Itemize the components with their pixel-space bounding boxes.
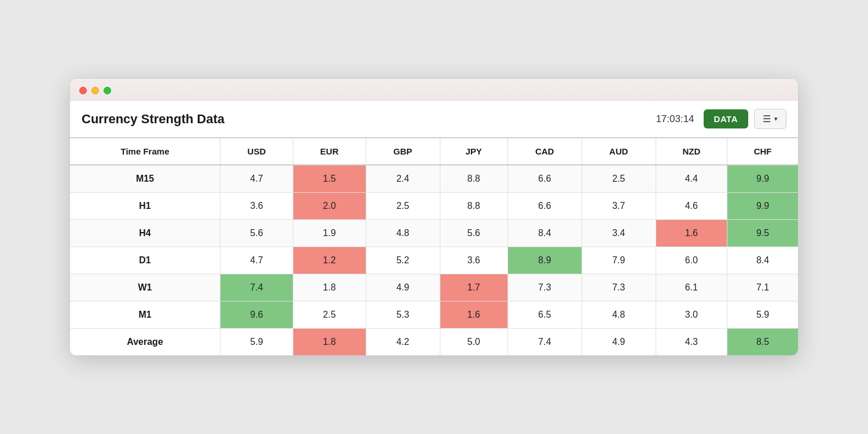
table-row: D14.71.25.23.68.97.96.08.4 <box>70 247 798 274</box>
table-row: M154.71.52.48.86.62.54.49.9 <box>70 165 798 193</box>
close-button[interactable] <box>79 87 87 94</box>
cell-m1-aud: 4.8 <box>582 301 656 329</box>
cell-m1-eur: 2.5 <box>293 301 366 329</box>
cell-m15-usd: 4.7 <box>220 165 293 193</box>
cell-d1-gbp: 5.2 <box>366 247 440 274</box>
col-header-chf: CHF <box>727 138 798 165</box>
cell-h1-chf: 9.9 <box>727 193 798 220</box>
table-row: H45.61.94.85.68.43.41.69.5 <box>70 220 798 247</box>
cell-d1-usd: 4.7 <box>220 247 293 274</box>
row-label-h1: H1 <box>70 193 220 220</box>
table-row: H13.62.02.58.86.63.74.69.9 <box>70 193 798 220</box>
cell-average-aud: 4.9 <box>582 329 656 356</box>
maximize-button[interactable] <box>104 87 111 94</box>
menu-button[interactable]: ☰ ▾ <box>754 109 786 129</box>
cell-h1-nzd: 4.6 <box>656 193 727 220</box>
chevron-down-icon: ▾ <box>774 115 778 123</box>
table-row: M19.62.55.31.66.54.83.05.9 <box>70 301 798 329</box>
cell-m1-usd: 9.6 <box>220 301 293 329</box>
table-header-row: Time FrameUSDEURGBPJPYCADAUDNZDCHF <box>70 138 798 165</box>
cell-m1-gbp: 5.3 <box>366 301 440 329</box>
cell-h1-gbp: 2.5 <box>366 193 440 220</box>
cell-w1-nzd: 6.1 <box>656 274 727 301</box>
cell-average-chf: 8.5 <box>727 329 798 356</box>
cell-h4-eur: 1.9 <box>293 220 366 247</box>
cell-h4-usd: 5.6 <box>220 220 293 247</box>
cell-h1-eur: 2.0 <box>293 193 366 220</box>
cell-m15-gbp: 2.4 <box>366 165 440 193</box>
currency-table: Time FrameUSDEURGBPJPYCADAUDNZDCHF M154.… <box>70 138 798 355</box>
cell-w1-eur: 1.8 <box>293 274 366 301</box>
col-header-aud: AUD <box>582 138 656 165</box>
cell-m15-chf: 9.9 <box>727 165 798 193</box>
cell-m15-eur: 1.5 <box>293 165 366 193</box>
cell-w1-jpy: 1.7 <box>440 274 507 301</box>
minimize-button[interactable] <box>91 87 99 94</box>
cell-m15-nzd: 4.4 <box>656 165 727 193</box>
col-header-cad: CAD <box>507 138 582 165</box>
cell-m1-cad: 6.5 <box>507 301 582 329</box>
cell-h4-aud: 3.4 <box>582 220 656 247</box>
cell-average-eur: 1.8 <box>293 329 366 356</box>
app-window: Currency Strength Data 17:03:14 DATA ☰ ▾… <box>69 78 799 356</box>
cell-d1-eur: 1.2 <box>293 247 366 274</box>
cell-h1-aud: 3.7 <box>582 193 656 220</box>
cell-m15-jpy: 8.8 <box>440 165 507 193</box>
col-header-gbp: GBP <box>366 138 440 165</box>
row-label-d1: D1 <box>70 247 220 274</box>
cell-h1-jpy: 8.8 <box>440 193 507 220</box>
cell-w1-aud: 7.3 <box>582 274 656 301</box>
cell-average-nzd: 4.3 <box>656 329 727 356</box>
data-button[interactable]: DATA <box>704 109 748 128</box>
row-label-w1: W1 <box>70 274 220 301</box>
cell-h4-nzd: 1.6 <box>656 220 727 247</box>
cell-h1-usd: 3.6 <box>220 193 293 220</box>
cell-m1-jpy: 1.6 <box>440 301 507 329</box>
cell-d1-nzd: 6.0 <box>656 247 727 274</box>
row-label-average: Average <box>70 329 220 356</box>
cell-h4-jpy: 5.6 <box>440 220 507 247</box>
col-header-usd: USD <box>220 138 293 165</box>
row-label-m15: M15 <box>70 165 220 193</box>
cell-h4-gbp: 4.8 <box>366 220 440 247</box>
cell-average-usd: 5.9 <box>220 329 293 356</box>
cell-h4-cad: 8.4 <box>507 220 582 247</box>
clock-display: 17:03:14 <box>656 113 694 125</box>
col-header-eur: EUR <box>293 138 366 165</box>
cell-m15-aud: 2.5 <box>582 165 656 193</box>
cell-average-cad: 7.4 <box>507 329 582 356</box>
cell-w1-chf: 7.1 <box>727 274 798 301</box>
cell-w1-gbp: 4.9 <box>366 274 440 301</box>
table-row: Average5.91.84.25.07.44.94.38.5 <box>70 329 798 356</box>
col-header-nzd: NZD <box>656 138 727 165</box>
col-header-jpy: JPY <box>440 138 507 165</box>
cell-w1-cad: 7.3 <box>507 274 582 301</box>
cell-m1-chf: 5.9 <box>727 301 798 329</box>
cell-h1-cad: 6.6 <box>507 193 582 220</box>
page-title: Currency Strength Data <box>82 112 656 127</box>
cell-d1-jpy: 3.6 <box>440 247 507 274</box>
row-label-m1: M1 <box>70 301 220 329</box>
cell-h4-chf: 9.5 <box>727 220 798 247</box>
titlebar <box>70 79 798 101</box>
hamburger-icon: ☰ <box>763 113 771 124</box>
cell-average-gbp: 4.2 <box>366 329 440 356</box>
cell-w1-usd: 7.4 <box>220 274 293 301</box>
row-label-h4: H4 <box>70 220 220 247</box>
cell-m15-cad: 6.6 <box>507 165 582 193</box>
table-row: W17.41.84.91.77.37.36.17.1 <box>70 274 798 301</box>
cell-d1-cad: 8.9 <box>507 247 582 274</box>
cell-d1-chf: 8.4 <box>727 247 798 274</box>
cell-m1-nzd: 3.0 <box>656 301 727 329</box>
cell-average-jpy: 5.0 <box>440 329 507 356</box>
col-header-time frame: Time Frame <box>70 138 220 165</box>
cell-d1-aud: 7.9 <box>582 247 656 274</box>
header: Currency Strength Data 17:03:14 DATA ☰ ▾ <box>70 101 798 138</box>
